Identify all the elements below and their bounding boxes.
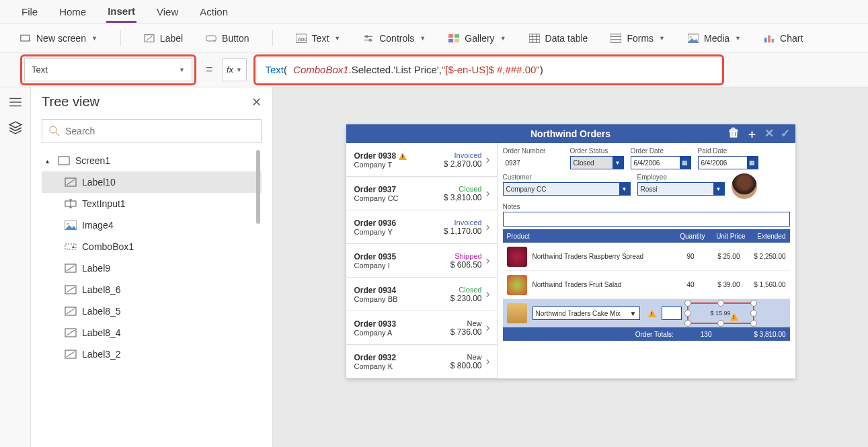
add-icon[interactable]: ＋ bbox=[746, 126, 758, 142]
controls-button[interactable]: Controls▼ bbox=[363, 33, 426, 44]
tree-node-label10[interactable]: Label10 bbox=[42, 171, 262, 193]
employee-select[interactable]: Rossi▼ bbox=[637, 182, 725, 196]
order-status-select[interactable]: Closed▼ bbox=[570, 156, 624, 169]
equals-sign: = bbox=[206, 63, 213, 77]
menu-bar: File Home Insert View Action bbox=[0, 0, 868, 24]
screen-node-icon bbox=[58, 156, 70, 165]
tree-node-textinput1[interactable]: TextInput1 bbox=[42, 193, 262, 214]
collapse-icon[interactable]: ▴ bbox=[46, 157, 52, 165]
svg-text:Abc: Abc bbox=[297, 36, 306, 42]
media-button[interactable]: Media▼ bbox=[688, 33, 741, 44]
customer-label: Customer bbox=[503, 173, 631, 181]
chart-icon bbox=[764, 34, 775, 43]
forms-button[interactable]: Forms▼ bbox=[610, 33, 665, 44]
screen-icon: + bbox=[20, 34, 31, 43]
order-row[interactable]: Order 0937Company CCClosed$ 3,810.00› bbox=[346, 177, 497, 210]
product-row[interactable]: Northwind Traders Raspberry Spread90$ 25… bbox=[503, 243, 790, 271]
order-date-input[interactable]: 6/4/2006▦ bbox=[631, 156, 691, 169]
menu-action[interactable]: Action bbox=[198, 2, 229, 22]
cancel-icon[interactable]: ✕ bbox=[764, 126, 774, 142]
order-row[interactable]: Order 0934Company BBClosed$ 230.00› bbox=[346, 278, 497, 311]
layers-icon[interactable] bbox=[8, 121, 23, 134]
combobox-node-icon bbox=[65, 242, 77, 251]
menu-view[interactable]: View bbox=[155, 2, 180, 22]
notes-input[interactable] bbox=[503, 212, 790, 227]
formula-highlight: Text( ComboBox1.Selected.'List Price', "… bbox=[253, 54, 724, 85]
customer-select[interactable]: Company CC▼ bbox=[503, 182, 631, 196]
label-node-icon bbox=[65, 328, 77, 337]
label-icon bbox=[144, 34, 155, 43]
calendar-icon: ▦ bbox=[680, 157, 691, 169]
order-date-label: Order Date bbox=[631, 147, 691, 155]
datatable-button[interactable]: Data table bbox=[529, 33, 588, 44]
new-product-row: Northwind Traders Cake Mix▼ $ 15.99 bbox=[503, 299, 790, 327]
svg-rect-8 bbox=[448, 34, 453, 37]
formula-bar: Text▼ = fx▼ Text( ComboBox1.Selected.'Li… bbox=[0, 52, 868, 87]
close-icon[interactable]: ✕ bbox=[251, 95, 262, 110]
search-icon bbox=[49, 126, 60, 136]
property-selector[interactable]: Text▼ bbox=[24, 58, 192, 81]
svg-rect-12 bbox=[529, 34, 540, 42]
order-number-value: 0937 bbox=[503, 156, 563, 169]
label-node-icon bbox=[65, 285, 77, 294]
label-button[interactable]: Label bbox=[144, 33, 183, 44]
calendar-icon: ▦ bbox=[747, 157, 758, 169]
tree-node-label8-4[interactable]: Label8_4 bbox=[42, 322, 262, 343]
order-row[interactable]: Order 0932Company KNew$ 800.00› bbox=[346, 345, 497, 378]
search-input[interactable] bbox=[65, 126, 254, 136]
product-thumb bbox=[507, 247, 527, 267]
svg-point-24 bbox=[67, 223, 69, 225]
tree-node-label9[interactable]: Label9 bbox=[42, 257, 262, 279]
tree-node-label8-6[interactable]: Label8_6 bbox=[42, 279, 262, 300]
hamburger-icon[interactable] bbox=[8, 95, 23, 109]
order-status-label: Order Status bbox=[570, 147, 624, 155]
notes-label: Notes bbox=[503, 203, 790, 210]
confirm-icon[interactable]: ✓ bbox=[781, 126, 790, 142]
tree-node-label8-5[interactable]: Label8_5 bbox=[42, 300, 262, 322]
tree-view-title: Tree view bbox=[42, 94, 100, 110]
tree-node-combobox1[interactable]: ComboBox1 bbox=[42, 236, 262, 257]
order-row[interactable]: Order 0933Company ANew$ 736.00› bbox=[346, 311, 497, 345]
tree-node-label3-2[interactable]: Label3_2 bbox=[42, 343, 262, 365]
product-row[interactable]: Northwind Traders Fruit Salad40$ 39.00$ … bbox=[503, 271, 790, 299]
button-button[interactable]: Button bbox=[206, 33, 249, 44]
tree-node-screen1[interactable]: ▴ Screen1 bbox=[42, 150, 262, 171]
chart-button[interactable]: Chart bbox=[764, 33, 803, 44]
order-row[interactable]: Order 0938Company TInvoiced$ 2,870.00› bbox=[346, 143, 497, 177]
search-box[interactable] bbox=[42, 119, 262, 143]
svg-rect-10 bbox=[448, 38, 453, 42]
product-table-header: Product Quantity Unit Price Extended bbox=[503, 229, 790, 243]
text-button[interactable]: Abc Text▼ bbox=[296, 33, 341, 44]
quantity-input[interactable] bbox=[662, 307, 682, 320]
product-combobox[interactable]: Northwind Traders Cake Mix▼ bbox=[532, 307, 640, 320]
svg-rect-13 bbox=[610, 34, 621, 42]
gallery-button[interactable]: Gallery▼ bbox=[448, 33, 506, 44]
menu-insert[interactable]: Insert bbox=[106, 1, 136, 23]
order-row[interactable]: Order 0936Company YInvoiced$ 1,170.00› bbox=[346, 210, 497, 244]
main-area: Tree view ✕ ▴ Screen1 Label10 TextInput1 bbox=[0, 87, 868, 447]
label-node-icon bbox=[65, 350, 77, 359]
app-header: Northwind Orders 🗑 ＋ ✕ ✓ bbox=[346, 124, 795, 143]
unit-price-value: $ 15.99 bbox=[710, 310, 730, 317]
fx-button[interactable]: fx▼ bbox=[223, 58, 247, 81]
order-row[interactable]: Order 0935Company IShipped$ 606.50› bbox=[346, 244, 497, 278]
selected-label-control[interactable]: $ 15.99 bbox=[687, 302, 754, 324]
svg-rect-17 bbox=[768, 35, 771, 42]
gallery-icon bbox=[448, 34, 459, 43]
trash-icon[interactable]: 🗑 bbox=[728, 126, 740, 142]
header-tools: 🗑 ＋ ✕ ✓ bbox=[728, 126, 790, 142]
tree-node-image4[interactable]: Image4 bbox=[42, 214, 262, 236]
button-icon bbox=[206, 34, 216, 43]
employee-label: Employee bbox=[637, 173, 725, 181]
canvas[interactable]: Northwind Orders 🗑 ＋ ✕ ✓ Order 0938Compa… bbox=[273, 87, 868, 447]
order-number-label: Order Number bbox=[503, 147, 563, 155]
paid-date-input[interactable]: 6/4/2006▦ bbox=[698, 156, 758, 169]
warning-icon bbox=[730, 313, 738, 321]
menu-file[interactable]: File bbox=[20, 2, 39, 22]
formula-input[interactable]: Text( ComboBox1.Selected.'List Price', "… bbox=[258, 58, 720, 81]
orders-list[interactable]: Order 0938Company TInvoiced$ 2,870.00›Or… bbox=[346, 143, 498, 378]
new-screen-button[interactable]: + New screen▼ bbox=[20, 33, 97, 44]
chevron-right-icon: › bbox=[486, 220, 490, 234]
menu-home[interactable]: Home bbox=[58, 2, 87, 22]
svg-text:+: + bbox=[28, 38, 31, 42]
